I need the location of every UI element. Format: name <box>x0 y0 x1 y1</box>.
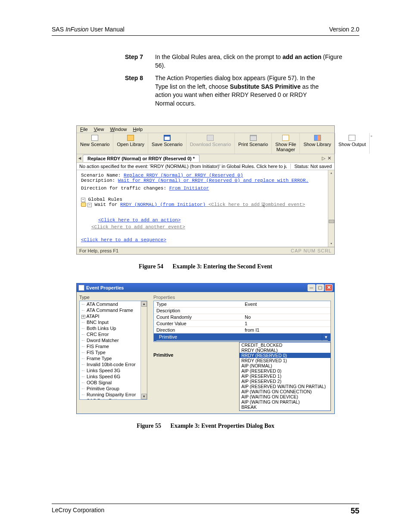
figure55-caption: Figure 55 Example 3: Event Properties Di… <box>52 423 359 429</box>
type-tree-item[interactable]: Frame Type <box>80 355 147 361</box>
menu-bar[interactable]: File View Window Help <box>77 126 334 133</box>
save-icon <box>164 135 171 141</box>
dropdown-option[interactable]: AIP (RESERVED 0) <box>240 368 330 373</box>
type-tree-item[interactable]: Links Speed 3G <box>80 367 147 373</box>
menu-help[interactable]: Help <box>133 127 143 132</box>
prop-value[interactable]: 1 <box>242 320 330 327</box>
tree-scrollbar[interactable]: ▴ ▾ <box>140 301 147 399</box>
dropdown-option[interactable]: RRDY (RESERVED 1) <box>240 358 330 363</box>
dialog-titlebar[interactable]: Event Properties ─ ▢ ✕ <box>77 283 334 292</box>
dropdown-option[interactable]: RRDY (RESERVED 0) <box>240 353 330 358</box>
type-tree-item[interactable]: Both Links Up <box>80 325 147 331</box>
btn-print-scenario[interactable]: Print Scenario <box>235 133 272 154</box>
dropdown-option[interactable]: RRDY (NORMAL) <box>240 348 330 353</box>
prop-value[interactable]: No <box>242 314 330 320</box>
prop-value[interactable] <box>242 308 330 314</box>
dropdown-option[interactable]: AIP (RESERVED WAITING ON PARTIAL) <box>240 384 330 389</box>
type-tree-item[interactable]: Links Speed 6G <box>80 373 147 380</box>
step8-line2a: Type list on the left, choose <box>155 83 230 90</box>
status-help: For Help, press F1 <box>79 248 118 253</box>
print-icon <box>250 135 257 141</box>
btn-save-scenario[interactable]: Save Scenario <box>148 133 187 154</box>
global-rules-node[interactable]: Global Rules <box>88 197 122 202</box>
type-tree-item[interactable]: OOB Signal <box>80 380 147 386</box>
field-scenario-name[interactable]: Replace RRDY (Normal) or RRDY (Reserved … <box>124 173 243 178</box>
close-button[interactable]: ✕ <box>325 284 333 291</box>
field-description[interactable]: Wait for RRDY (Normal) or RRDY (Reserved… <box>118 178 308 183</box>
editor-scrollbar[interactable]: ▴ ▾ <box>328 170 334 247</box>
dropdown-option[interactable]: AIP (WAITING ON CONNECTION) <box>240 389 330 394</box>
menu-view[interactable]: View <box>94 127 104 132</box>
scroll-up-icon[interactable]: ▴ <box>141 301 147 307</box>
page-number: 55 <box>351 507 359 516</box>
type-tree-item[interactable]: ATA Command <box>80 301 147 307</box>
type-tree[interactable]: ATA CommandATA Command Frame+ ATAPIBNC I… <box>79 301 147 400</box>
btn-open-library[interactable]: Open Library <box>113 133 148 154</box>
dropdown-option[interactable]: CREDIT_BLOCKED <box>240 342 330 348</box>
add-combined-event-link[interactable]: <Click here to add combined event> <box>206 202 305 207</box>
dropdown-arrow-icon[interactable]: ▾ <box>322 334 328 341</box>
dropdown-option[interactable]: AIP (RESERVED 2) <box>240 379 330 384</box>
type-tree-item[interactable]: Dword Matcher <box>80 337 147 343</box>
dropdown-option[interactable]: AIP (RESERVED 1) <box>240 373 330 379</box>
btn-new-scenario[interactable]: New Scenario <box>77 133 113 154</box>
prop-value[interactable]: Event <box>242 301 330 308</box>
type-pane: Type ATA CommandATA Command Frame+ ATAPI… <box>77 292 150 414</box>
doc-title: SAS InFusion User Manual <box>52 26 125 33</box>
dropdown-option[interactable]: AIP (WAITING ON PARTIAL) <box>240 399 330 404</box>
type-tree-item[interactable]: Running Disparity Error <box>80 392 147 398</box>
step7-body: In the Global Rules area, click on the p… <box>155 53 351 70</box>
type-tree-item[interactable]: FIS Type <box>80 349 147 355</box>
run-controls[interactable]: ▷ ✕ <box>319 156 334 161</box>
save-status: Status: Not saved <box>290 164 332 169</box>
dropdown-option[interactable]: BROADCAST (CHANGE) <box>240 410 330 411</box>
collapse-icon[interactable]: − <box>87 203 92 207</box>
scroll-up-icon[interactable]: ▴ <box>330 170 332 176</box>
scroll-down-icon[interactable]: ▾ <box>141 394 147 399</box>
menu-window[interactable]: Window <box>110 127 127 132</box>
minimize-button[interactable]: ─ <box>308 284 315 291</box>
menu-file[interactable]: File <box>80 127 88 132</box>
properties-grid[interactable]: TypeEventDescriptionCount RandomlyNoCoun… <box>153 301 331 342</box>
field-direction[interactable]: From Initiator <box>169 186 209 191</box>
step8-line4: Normal occurs. <box>155 100 196 107</box>
toolbar-overflow[interactable]: ” <box>370 133 373 154</box>
add-event-link[interactable]: <Click here to add another event> <box>91 224 185 230</box>
product-name: SAS <box>52 26 64 33</box>
scenario-tab[interactable]: Replace RRDY (Normal) or RRDY (Reserved … <box>83 155 199 162</box>
primitive-dropdown[interactable]: CREDIT_BLOCKEDRRDY (NORMAL)RRDY (RESERVE… <box>239 342 331 411</box>
add-action-link[interactable]: <Click here to add an action> <box>98 218 181 223</box>
btn-show-file-manager[interactable]: Show FileManager <box>272 133 300 154</box>
output-icon <box>349 135 355 141</box>
dialog-icon <box>78 285 84 291</box>
type-tree-item[interactable]: + ATAPI <box>80 313 147 319</box>
btn-show-output[interactable]: Show Output <box>335 133 370 154</box>
dropdown-option[interactable]: BREAK <box>240 404 330 410</box>
validation-message[interactable]: No action specified for the event: 'RRDY… <box>79 164 287 169</box>
type-tree-item[interactable]: FIS Frame <box>80 343 147 349</box>
btn-open-label: Open Library <box>117 142 144 147</box>
properties-pane: Properties TypeEventDescriptionCount Ran… <box>150 292 334 414</box>
maximize-button[interactable]: ▢ <box>316 284 324 291</box>
collapse-icon[interactable]: − <box>81 198 85 202</box>
type-tree-item[interactable]: ATA Command Frame <box>80 307 147 313</box>
type-tree-item[interactable]: Invalid 10bit-code Error <box>80 361 147 367</box>
prop-value[interactable]: from I1 <box>242 327 330 333</box>
scroll-thumb[interactable] <box>329 220 334 223</box>
add-sequence-link[interactable]: <Click here to add a sequence> <box>81 237 166 243</box>
scenario-tab-label: Replace RRDY (Normal) or RRDY (Reserved … <box>87 156 195 161</box>
step8-line1: The Action Properties dialog box appears… <box>155 75 315 81</box>
scenario-editor: Scenario Name: Replace RRDY (Normal) or … <box>77 170 334 247</box>
dropdown-option[interactable]: AIP (NORMAL) <box>240 363 330 368</box>
event-link[interactable]: RRDY (NORMAL) (from Initiator) <box>120 202 206 207</box>
type-tree-item[interactable]: CRC Error <box>80 331 147 337</box>
cursor-icon: ☟ <box>261 201 265 210</box>
type-tree-item[interactable]: SAS Data Pattern <box>80 398 147 400</box>
btn-show-library[interactable]: Show Library <box>300 133 335 154</box>
type-tree-item[interactable]: Primitive Group <box>80 386 147 392</box>
type-tree-item[interactable]: BNC Input <box>80 319 147 325</box>
dropdown-option[interactable]: AIP (WAITING ON DEVICE) <box>240 394 330 399</box>
scroll-down-icon[interactable]: ▾ <box>330 241 332 247</box>
status-locks: CAP NUM SCRL <box>291 248 332 253</box>
tab-scroll-left-icon[interactable]: ◄ <box>77 156 83 161</box>
